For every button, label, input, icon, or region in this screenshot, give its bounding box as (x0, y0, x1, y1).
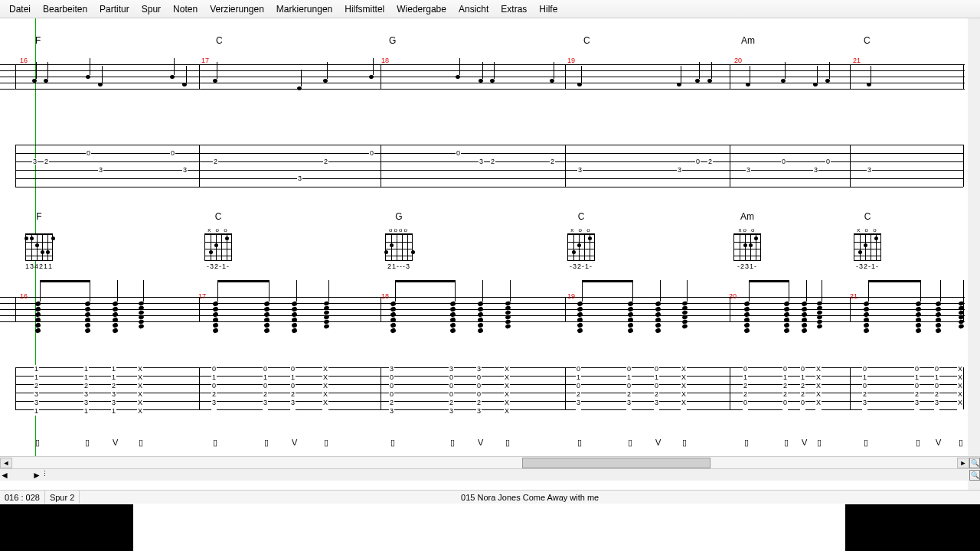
tab-fret[interactable]: 0 (781, 158, 786, 165)
menu-hilfe[interactable]: Hilfe (533, 2, 564, 16)
tab-fret[interactable]: 0 (825, 158, 831, 165)
tab-column[interactable]: 01023 (576, 365, 581, 416)
menu-datei[interactable]: Datei (3, 2, 37, 16)
tab-column[interactable]: XXXXX (681, 365, 687, 416)
menu-noten[interactable]: Noten (167, 2, 204, 16)
chord-strum[interactable] (655, 302, 661, 334)
tab-fret[interactable]: 2 (707, 158, 713, 165)
chord-strum[interactable] (390, 302, 396, 334)
chord-strum[interactable] (450, 302, 456, 334)
tab-fret[interactable]: 0 (86, 150, 91, 156)
tab-fret[interactable]: 3 (577, 167, 583, 173)
tab-column[interactable]: 300023 (476, 365, 482, 416)
score-hscroll[interactable]: ◄ ► 🔍 (0, 456, 980, 468)
tab-fret[interactable]: 0 (369, 150, 374, 156)
tab-fret[interactable]: 0 (170, 150, 175, 156)
muted-strum[interactable]: xxxxxx (139, 302, 144, 329)
chord-strum[interactable] (113, 302, 118, 334)
tab-column[interactable]: 01220 (800, 365, 805, 416)
menu-verzierungen[interactable]: Verzierungen (204, 2, 270, 16)
chord-strum[interactable] (478, 302, 483, 334)
menu-hilfsmittel[interactable]: Hilfsmittel (338, 2, 390, 16)
chord-strum[interactable] (577, 302, 583, 334)
tab-column[interactable]: 01023 (263, 365, 268, 416)
menu-spur[interactable]: Spur (136, 2, 167, 16)
chord-strum[interactable] (784, 302, 789, 334)
tab-fret[interactable]: 3 (479, 158, 484, 165)
chord-strum[interactable] (35, 302, 41, 334)
split-handle-icon[interactable]: ⋮ (41, 470, 47, 481)
tab-column[interactable]: 300023 (389, 365, 394, 416)
tab-column[interactable]: 112331 (111, 365, 116, 416)
menu-wiedergabe[interactable]: Wiedergabe (390, 2, 452, 16)
chord-strum[interactable] (802, 302, 807, 334)
chord-strum[interactable] (264, 302, 270, 334)
muted-strum[interactable]: xxxxxx (682, 302, 688, 329)
chord-strum[interactable] (85, 302, 90, 334)
tab-fret[interactable]: 2 (213, 158, 218, 165)
tab-fret[interactable]: 3 (677, 167, 682, 173)
tab-column[interactable]: 112331 (83, 365, 89, 416)
tab-column[interactable]: 112331 (34, 365, 39, 416)
tab-column[interactable]: XXXXX (957, 365, 963, 416)
score-canvas[interactable]: FCGCAmC161718192021320303232003223302303… (0, 18, 980, 490)
scroll-left-icon[interactable]: ◄ (0, 458, 12, 468)
muted-strum[interactable]: xxxxxx (505, 302, 511, 329)
tab-column[interactable]: XXXXXX (504, 365, 510, 416)
chord-strum[interactable] (916, 302, 921, 334)
tab-column[interactable]: 01023 (934, 365, 939, 416)
stroke-indicator: V (655, 438, 661, 447)
tab-fret[interactable]: 0 (456, 150, 461, 156)
tab-fret[interactable]: 3 (182, 167, 188, 173)
menu-bearbeiten[interactable]: Bearbeiten (37, 2, 93, 16)
stroke-indicator: V (113, 438, 118, 447)
zoom-icon[interactable]: 🔍 (969, 470, 980, 481)
scroll-right-icon[interactable]: ► (957, 458, 969, 468)
tab-fret[interactable]: 3 (297, 175, 302, 181)
tab-column[interactable]: 01023 (914, 365, 920, 416)
tab-fret[interactable]: 2 (44, 158, 49, 165)
tab-fret[interactable]: 2 (550, 158, 555, 165)
muted-strum[interactable]: xxxxxx (324, 302, 329, 329)
chord-strum[interactable] (744, 302, 750, 334)
track-left-icon[interactable]: ◄ (0, 470, 9, 481)
muted-strum[interactable]: xxxxxx (817, 302, 822, 329)
chord-strum[interactable] (213, 302, 218, 334)
tab-column[interactable]: XXXXX (815, 365, 822, 416)
tab-column[interactable]: 300023 (449, 365, 454, 416)
chord-strum[interactable] (864, 302, 869, 334)
tab-fret[interactable]: 3 (813, 167, 818, 173)
tab-column[interactable]: 01023 (290, 365, 296, 416)
tab-column[interactable]: 01023 (862, 365, 867, 416)
chord-strum[interactable] (936, 302, 941, 334)
track-selector[interactable]: ◄ ► ⋮ 🔍 (0, 468, 980, 481)
track-right-icon[interactable]: ► (32, 470, 41, 481)
tab-column[interactable]: 01220 (782, 365, 788, 416)
tab-column[interactable]: 01220 (743, 365, 748, 416)
zoom-icon[interactable]: 🔍 (969, 458, 980, 468)
chord-strum[interactable] (628, 302, 633, 334)
tab-column[interactable]: 01023 (626, 365, 632, 416)
tab-column[interactable]: 01023 (211, 365, 217, 416)
chord-strum[interactable] (292, 302, 297, 334)
vertical-scrollbar[interactable] (968, 18, 980, 490)
scroll-track[interactable] (12, 458, 957, 468)
tab-column[interactable]: XXXXX (322, 365, 328, 416)
tab-fret[interactable]: 2 (490, 158, 495, 165)
tab-fret[interactable]: 3 (32, 158, 38, 165)
media-progress[interactable] (133, 504, 845, 551)
tab-column[interactable]: 01023 (654, 365, 659, 416)
tab-fret[interactable]: 3 (746, 167, 751, 173)
menu-markierungen[interactable]: Markierungen (270, 2, 338, 16)
menu-extras[interactable]: Extras (495, 2, 533, 16)
tab-fret[interactable]: 3 (867, 167, 872, 173)
tab-fret[interactable]: 2 (323, 158, 328, 165)
menu-ansicht[interactable]: Ansicht (452, 2, 495, 16)
tab-fret[interactable]: 3 (98, 167, 103, 173)
barline (565, 367, 566, 409)
status-track[interactable]: Spur 2 (45, 491, 80, 504)
tab-column[interactable]: XXXXXX (137, 365, 143, 416)
tab-fret[interactable]: 0 (695, 158, 701, 165)
scroll-thumb[interactable] (522, 458, 710, 468)
menu-partitur[interactable]: Partitur (93, 2, 136, 16)
